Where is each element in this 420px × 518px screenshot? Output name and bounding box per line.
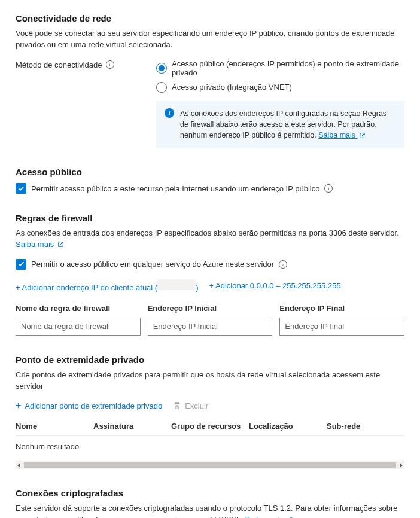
check-icon <box>17 260 25 268</box>
encrypted-desc: Este servidor dá suporte a conexões crip… <box>16 503 404 518</box>
radio-private-access[interactable]: Acesso privado (Integração VNET) <box>156 82 404 93</box>
radio-icon <box>156 63 167 74</box>
connectivity-info-box: i As conexões dos endereços IP configura… <box>156 101 404 148</box>
azure-services-checkbox[interactable] <box>16 259 26 270</box>
info-icon: i <box>165 108 174 118</box>
fw-end-ip-label: Endereço IP Final <box>279 304 404 313</box>
col-subscription: Assinatura <box>93 422 171 431</box>
encrypted-learn-more-link[interactable]: Saiba mais <box>245 515 293 518</box>
private-endpoint-heading: Ponto de extremidade privado <box>16 355 404 365</box>
add-pe-label: Adicionar ponto de extremidade privado <box>25 401 162 410</box>
col-location: Localização <box>249 422 327 431</box>
pe-empty-state: Nenhum resultado <box>16 436 404 457</box>
add-client-ip-link[interactable]: + Adicionar endereço IP do cliente atual… <box>16 279 199 292</box>
info-learn-more-link[interactable]: Saiba mais <box>318 131 364 139</box>
add-ip-range-link[interactable]: + Adicionar 0.0.0.0 – 255.255.255.255 <box>209 281 341 290</box>
connectivity-desc: Você pode se conectar ao seu servidor es… <box>16 28 404 51</box>
col-subnet: Sub-rede <box>327 422 404 431</box>
fw-rule-name-label: Nome da regra de firewall <box>16 304 141 313</box>
col-resource-group: Grupo de recursos <box>171 422 249 431</box>
add-private-endpoint-button[interactable]: + Adicionar ponto de extremidade privado <box>16 400 162 411</box>
client-ip-pill <box>157 279 196 290</box>
col-name: Nome <box>16 422 93 431</box>
firewall-heading: Regras de firewall <box>16 213 404 223</box>
firewall-learn-more-link[interactable]: Saiba mais <box>16 240 63 249</box>
radio-public-label: Acesso público (endereços IP permitidos)… <box>172 59 404 77</box>
public-access-checkbox-label: Permitir acesso público a este recurso p… <box>31 184 319 193</box>
info-icon[interactable]: i <box>279 260 287 269</box>
horizontal-scrollbar[interactable] <box>16 461 404 469</box>
info-icon[interactable]: i <box>324 184 333 193</box>
fw-rule-name-input[interactable] <box>16 318 141 336</box>
radio-private-label: Acesso privado (Integração VNET) <box>172 83 292 92</box>
radio-icon <box>156 82 167 93</box>
delete-pe-label: Excluir <box>185 401 208 410</box>
trash-icon <box>173 401 181 410</box>
radio-public-access[interactable]: Acesso público (endereços IP permitidos)… <box>156 59 404 77</box>
fw-start-ip-label: Endereço IP Inicial <box>148 304 273 313</box>
info-icon[interactable]: i <box>106 60 114 69</box>
firewall-desc: As conexões de entrada dos endereços IP … <box>16 228 404 251</box>
encrypted-heading: Conexões criptografadas <box>16 488 404 498</box>
private-endpoint-desc: Crie pontos de extremidade privados para… <box>16 370 404 392</box>
pe-table-header: Nome Assinatura Grupo de recursos Locali… <box>16 417 404 436</box>
external-link-icon <box>359 133 365 139</box>
fw-end-ip-input[interactable] <box>279 318 404 336</box>
public-access-checkbox[interactable] <box>16 183 26 194</box>
connectivity-heading: Conectividade de rede <box>16 13 404 23</box>
fw-start-ip-input[interactable] <box>148 318 273 336</box>
public-access-heading: Acesso público <box>16 167 404 177</box>
check-icon <box>17 185 25 193</box>
connectivity-method-radio-group: Acesso público (endereços IP permitidos)… <box>156 59 404 93</box>
method-label: Método de conectividade <box>16 60 102 69</box>
plus-icon: + <box>16 400 21 411</box>
azure-services-checkbox-label: Permitir o acesso público em qualquer se… <box>31 260 274 269</box>
external-link-icon <box>57 242 63 248</box>
delete-private-endpoint-button: Excluir <box>173 401 208 410</box>
